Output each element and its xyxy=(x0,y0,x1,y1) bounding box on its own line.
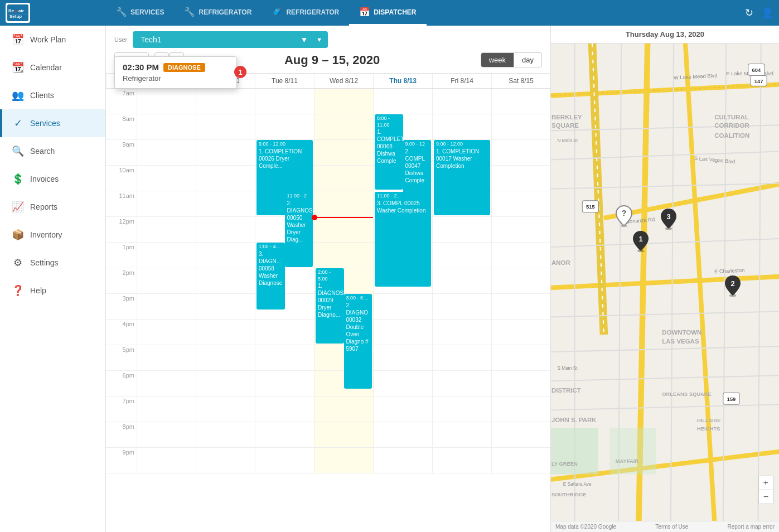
svg-text:147: 147 xyxy=(754,78,763,84)
mon-9pm xyxy=(196,448,255,473)
main-layout: 📅 Work Plan 📆 Calendar 👥 Clients ✓ Servi… xyxy=(0,26,779,532)
time-11am: 11am xyxy=(106,191,137,217)
svg-text:SOUTHRIDGE: SOUTHRIDGE xyxy=(551,491,587,497)
day-column-tue: 9:00 - 12:00 1. COMPLETION 00026 Dryer C… xyxy=(255,89,314,473)
sidebar-item-invoices-label: Invoices xyxy=(30,175,59,183)
svg-text:E Sahara Ave: E Sahara Ave xyxy=(563,481,592,487)
map-marker-question[interactable]: ? xyxy=(615,205,633,226)
sidebar-item-help[interactable]: ❓ Help xyxy=(0,277,105,304)
mon-3pm xyxy=(196,294,255,320)
sidebar-item-invoices[interactable]: 💲 Invoices xyxy=(0,165,105,193)
sidebar-item-settings[interactable]: ⚙ Settings xyxy=(0,249,105,277)
day-header-fri: Fri 8/14 xyxy=(432,74,491,88)
week-button[interactable]: week xyxy=(481,52,514,67)
map-container[interactable]: W Lake Mead Blvd E Lake Mead S Blvd E Bo… xyxy=(551,43,779,521)
reports-icon: 📈 xyxy=(11,201,25,213)
day-column-thu: 8:00 - 11:00 1. COMPLETIO 00068 Dishwa C… xyxy=(373,89,432,473)
user-select-wrapper[interactable]: Tech1 ▼ xyxy=(133,31,328,48)
map-report[interactable]: Report a map error xyxy=(728,524,775,530)
sidebar-item-reports[interactable]: 📈 Reports xyxy=(0,193,105,221)
popup-badge: DIAGNOSE xyxy=(163,63,205,72)
mon-6pm xyxy=(196,371,255,396)
event-tue-3[interactable]: 1:00 - 4... 3. DIAGN... 00058 Washer Dia… xyxy=(257,243,285,309)
event-fri-1[interactable]: 9:00 - 12:00 1. COMPLETION 00017 Washer … xyxy=(434,140,490,215)
event-time: 1:00 - 4... xyxy=(259,244,283,250)
tab-refrigerator2[interactable]: 🧳 REFRIGERATOR xyxy=(262,0,349,26)
wrench2-icon: 🔧 xyxy=(184,7,195,17)
sidebar-item-calendar[interactable]: 📆 Calendar xyxy=(0,54,105,81)
svg-text:LAS VEGAS: LAS VEGAS xyxy=(662,338,699,345)
mon-2pm xyxy=(196,268,255,294)
svg-text:HILLSIDE: HILLSIDE xyxy=(697,417,721,423)
event-title: 3. DIAGN... 00058 Washer Diagnose xyxy=(259,250,283,287)
svg-text:Setup: Setup xyxy=(9,14,22,19)
sidebar-item-clients[interactable]: 👥 Clients xyxy=(0,81,105,109)
day-header-thu: Thu 8/13 xyxy=(373,74,432,88)
time-7am: 7am xyxy=(106,89,137,114)
calendar-grid-wrap[interactable]: Sun 8/9 Mon 8/10 Tue 8/11 Wed 8/12 Thu 8… xyxy=(106,74,550,532)
event-time: 8:00 - 11:00 xyxy=(377,115,401,128)
clients-icon: 👥 xyxy=(11,89,25,101)
sidebar-item-inventory[interactable]: 📦 Inventory xyxy=(0,221,105,249)
zoom-in-button[interactable]: + xyxy=(759,476,773,490)
map-marker-2[interactable]: 2 xyxy=(724,275,742,296)
sidebar-item-inventory-label: Inventory xyxy=(30,230,62,239)
map-section: Thursday Aug 13, 2020 xyxy=(550,26,779,532)
nav-tabs: 🔧 SERVICES 🔧 REFRIGERATOR 🧳 REFRIGERATOR… xyxy=(106,0,745,26)
logo-icon: Re p air Setup xyxy=(6,3,30,23)
map-terms[interactable]: Terms of Use xyxy=(655,524,688,530)
popup-time-value: 02:30 PM xyxy=(123,62,159,72)
event-thu-1[interactable]: 8:00 - 11:00 1. COMPLETIO 00068 Dishwa C… xyxy=(375,114,403,190)
event-title: 3. COMPL 00025 Washer Completion xyxy=(377,200,429,214)
svg-rect-29 xyxy=(551,428,598,475)
user-select-display[interactable]: Tech1 ▼ xyxy=(133,31,328,48)
sun-2pm xyxy=(137,268,196,294)
sidebar-item-search[interactable]: 🔍 Search xyxy=(0,137,105,165)
map-footer: Map data ©2020 Google Terms of Use Repor… xyxy=(551,521,779,532)
sidebar: 📅 Work Plan 📆 Calendar 👥 Clients ✓ Servi… xyxy=(0,26,106,532)
svg-text:air: air xyxy=(18,8,24,13)
sun-7pm xyxy=(137,396,196,422)
map-header: Thursday Aug 13, 2020 xyxy=(551,26,779,43)
top-actions: ↻ 👤 xyxy=(745,7,773,19)
time-8am: 8am xyxy=(106,114,137,140)
time-5pm: 5pm xyxy=(106,345,137,371)
map-marker-1[interactable]: 1 xyxy=(632,230,650,252)
svg-text:604: 604 xyxy=(752,67,761,73)
svg-text:SQUARE: SQUARE xyxy=(551,122,579,129)
sun-4pm xyxy=(137,320,196,345)
tab-refrigerator1[interactable]: 🔧 REFRIGERATOR xyxy=(174,0,262,26)
event-time: 11:00 - 2 xyxy=(287,193,311,200)
svg-text:?: ? xyxy=(622,209,627,217)
event-tue-2[interactable]: 11:00 - 2 2. DIAGNOSE 00050 Washer Dryer… xyxy=(285,192,313,267)
refresh-icon[interactable]: ↻ xyxy=(745,7,753,19)
sun-12pm xyxy=(137,217,196,243)
map-date-title: Thursday Aug 13, 2020 xyxy=(626,30,704,38)
svg-text:3: 3 xyxy=(666,212,670,221)
map-marker-3[interactable]: 3 xyxy=(660,208,678,229)
event-thu-3[interactable]: 11:00 - 2... 3. COMPL 00025 Washer Compl… xyxy=(375,192,431,287)
svg-text:S Main St: S Main St xyxy=(557,365,578,371)
mon-4pm xyxy=(196,320,255,345)
sidebar-item-services[interactable]: ✓ Services xyxy=(0,109,105,137)
event-wed-1[interactable]: 2:00 - 5:00 1. DIAGNOSE 00029 Dryer Diag… xyxy=(316,268,344,344)
content-area: 02:30 PM DIAGNOSE Refrigerator 1 User Te… xyxy=(106,26,779,532)
tab-dispatcher[interactable]: 📅 DISPATCHER xyxy=(349,0,426,26)
popup-service-name: Refrigerator xyxy=(123,74,229,83)
mon-12pm xyxy=(196,217,255,243)
time-6pm: 6pm xyxy=(106,371,137,396)
svg-text:JOHN S. PARK: JOHN S. PARK xyxy=(551,417,597,423)
calendar-header: 02:30 PM DIAGNOSE Refrigerator 1 User Te… xyxy=(106,26,550,74)
sidebar-item-work-plan[interactable]: 📅 Work Plan xyxy=(0,26,105,54)
day-header-tue: Tue 8/11 xyxy=(255,74,314,88)
event-wed-2[interactable]: 3:00 - 6:... 2. DIAGNO 00032 Double Oven… xyxy=(344,294,372,389)
user-icon[interactable]: 👤 xyxy=(761,7,773,19)
time-10am: 10am xyxy=(106,166,137,191)
zoom-out-button[interactable]: − xyxy=(759,490,773,504)
day-button[interactable]: day xyxy=(514,52,542,67)
calendar-time-grid: 7am 8am 9am 10am 11am 12pm 1pm 2pm 3pm 4… xyxy=(106,89,550,473)
user-row: User Tech1 ▼ xyxy=(114,31,542,48)
briefcase-icon: 🧳 xyxy=(272,7,283,17)
tab-services[interactable]: 🔧 SERVICES xyxy=(106,0,174,26)
sun-5pm xyxy=(137,345,196,371)
